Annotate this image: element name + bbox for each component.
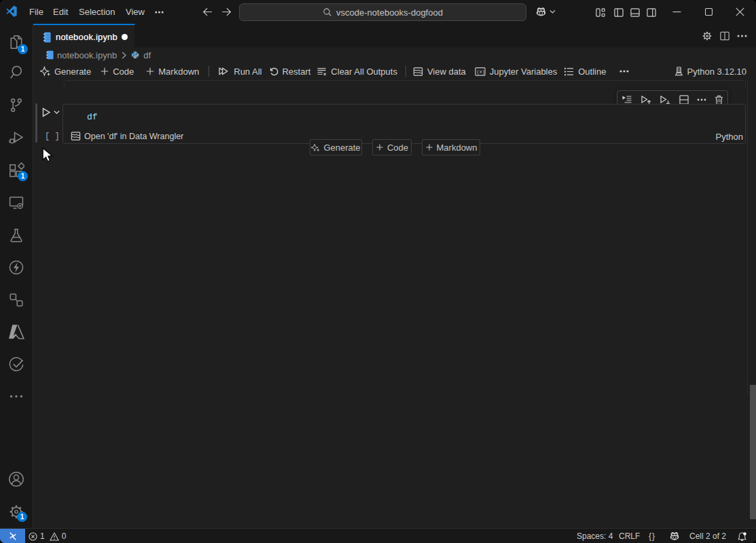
svg-text:(x): (x)	[477, 70, 485, 75]
